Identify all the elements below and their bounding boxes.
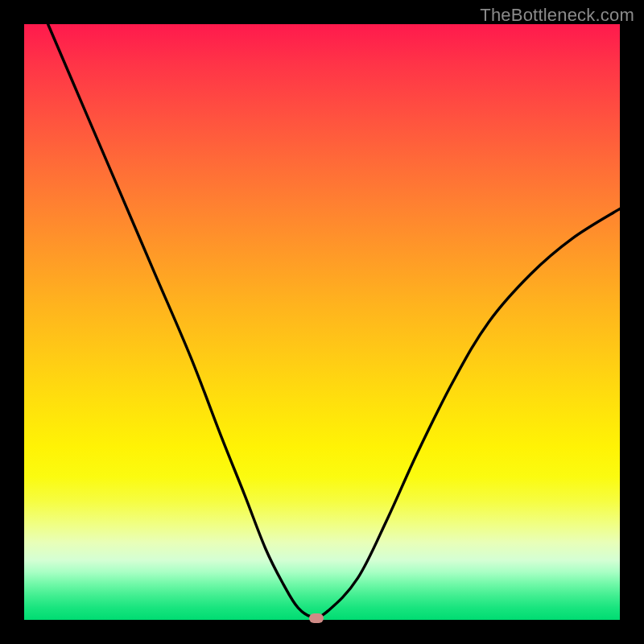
optimal-point-marker: [309, 613, 324, 623]
bottleneck-curve: [24, 24, 620, 620]
chart-frame: TheBottleneck.com: [0, 0, 644, 644]
watermark-text: TheBottleneck.com: [480, 5, 634, 26]
